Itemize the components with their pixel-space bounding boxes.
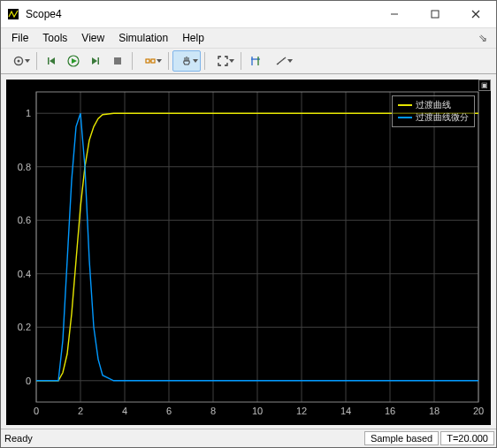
stop-button[interactable] xyxy=(107,50,128,72)
svg-text:20: 20 xyxy=(473,406,484,416)
menu-help[interactable]: Help xyxy=(175,30,211,46)
legend-label: 过渡曲线 xyxy=(416,99,451,111)
step-forward-button[interactable] xyxy=(85,50,106,72)
toolbar-separator xyxy=(204,52,205,70)
svg-marker-11 xyxy=(92,57,97,65)
legend-item: 过渡曲线 xyxy=(398,99,469,111)
toolbar-separator xyxy=(132,52,133,70)
app-icon xyxy=(6,7,20,21)
window-title: Scope4 xyxy=(26,8,374,20)
plot-area: ▣ 0246810121416182000.20.40.60.81 过渡曲线 过… xyxy=(1,74,496,429)
svg-rect-15 xyxy=(151,59,155,63)
toolbar-separator xyxy=(241,52,241,70)
svg-point-6 xyxy=(18,60,20,63)
menu-simulation[interactable]: Simulation xyxy=(111,30,175,46)
svg-text:18: 18 xyxy=(429,406,440,416)
svg-marker-10 xyxy=(72,58,77,64)
svg-text:0.6: 0.6 xyxy=(18,215,31,225)
pan-button[interactable] xyxy=(172,50,201,72)
svg-rect-8 xyxy=(48,57,50,65)
svg-text:1: 1 xyxy=(26,108,31,118)
status-ready: Ready xyxy=(1,433,364,444)
menu-tools[interactable]: Tools xyxy=(35,30,74,46)
svg-text:12: 12 xyxy=(296,406,307,416)
status-mode: Sample based xyxy=(364,431,439,445)
svg-text:16: 16 xyxy=(385,406,395,416)
svg-text:8: 8 xyxy=(210,406,216,416)
legend-item: 过渡曲线微分 xyxy=(398,111,469,124)
app-window: Scope4 File Tools View Simulation Help ⇘… xyxy=(0,0,497,448)
run-button[interactable] xyxy=(63,50,84,72)
zoom-extents-button[interactable] xyxy=(209,50,237,72)
svg-rect-14 xyxy=(146,59,149,63)
svg-text:0: 0 xyxy=(26,376,31,386)
svg-text:2: 2 xyxy=(78,406,83,416)
cursor-measure-button[interactable] xyxy=(245,50,266,72)
svg-text:10: 10 xyxy=(252,406,263,416)
legend-swatch xyxy=(398,117,412,118)
svg-rect-2 xyxy=(432,11,439,18)
svg-text:0.8: 0.8 xyxy=(18,162,31,172)
legend-label: 过渡曲线微分 xyxy=(416,111,469,124)
maximize-axes-icon[interactable]: ▣ xyxy=(478,80,491,91)
svg-text:0.4: 0.4 xyxy=(18,269,31,279)
toolbar-separator xyxy=(168,52,169,70)
menu-overflow-icon[interactable]: ⇘ xyxy=(473,30,493,46)
svg-text:14: 14 xyxy=(340,406,351,416)
legend[interactable]: 过渡曲线 过渡曲线微分 xyxy=(392,95,475,127)
settings-button[interactable] xyxy=(4,50,33,72)
menubar: File Tools View Simulation Help ⇘ xyxy=(1,28,496,48)
step-back-button[interactable] xyxy=(41,50,62,72)
minimize-button[interactable] xyxy=(374,1,415,27)
toolbar xyxy=(1,48,496,74)
titlebar: Scope4 xyxy=(1,1,496,28)
svg-rect-12 xyxy=(98,57,100,65)
maximize-button[interactable] xyxy=(415,1,455,27)
triggers-button[interactable] xyxy=(136,50,164,72)
chart: 0246810121416182000.20.40.60.81 xyxy=(6,80,491,425)
measurements-button[interactable] xyxy=(267,50,295,72)
svg-text:0.2: 0.2 xyxy=(18,322,31,332)
legend-swatch xyxy=(398,104,412,106)
toolbar-separator xyxy=(36,52,37,70)
svg-rect-13 xyxy=(114,57,121,65)
svg-text:6: 6 xyxy=(166,406,172,416)
svg-text:4: 4 xyxy=(122,406,127,416)
status-time: T=20.000 xyxy=(440,431,494,445)
menu-file[interactable]: File xyxy=(4,30,35,46)
svg-text:0: 0 xyxy=(34,406,39,416)
statusbar: Ready Sample based T=20.000 xyxy=(1,429,496,447)
svg-marker-7 xyxy=(50,57,55,65)
close-button[interactable] xyxy=(455,1,496,27)
menu-view[interactable]: View xyxy=(74,30,111,46)
scope-canvas[interactable]: ▣ 0246810121416182000.20.40.60.81 过渡曲线 过… xyxy=(6,80,491,425)
